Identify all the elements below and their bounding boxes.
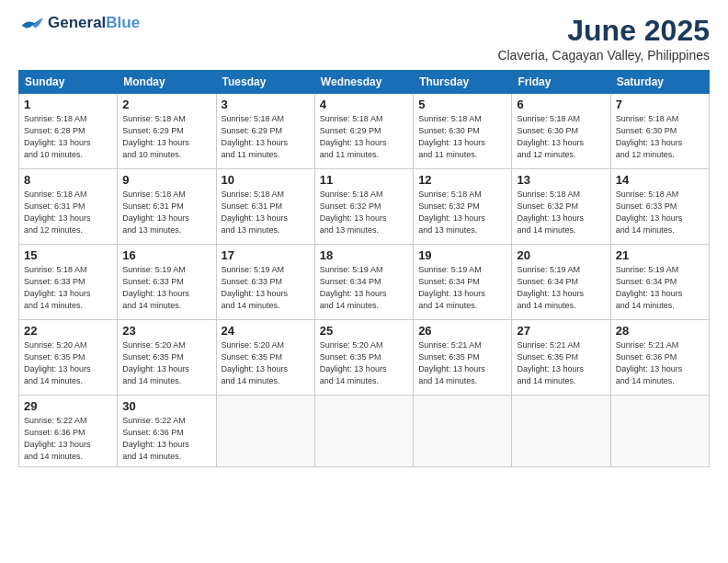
calendar-cell: 30Sunrise: 5:22 AMSunset: 6:36 PMDayligh… (118, 396, 216, 467)
header: GeneralBlue June 2025 Claveria, Cagayan … (18, 14, 710, 63)
calendar-cell (610, 396, 709, 467)
calendar-cell: 12Sunrise: 5:18 AMSunset: 6:32 PMDayligh… (414, 169, 512, 245)
day-number: 22 (24, 324, 112, 338)
day-info: Sunrise: 5:22 AMSunset: 6:36 PMDaylight:… (122, 415, 210, 463)
day-number: 5 (418, 98, 506, 111)
day-number: 13 (517, 173, 605, 187)
day-number: 24 (222, 324, 310, 338)
day-info: Sunrise: 5:18 AMSunset: 6:29 PMDaylight:… (222, 113, 310, 161)
header-monday: Monday (118, 71, 216, 94)
calendar-cell: 14Sunrise: 5:18 AMSunset: 6:33 PMDayligh… (610, 169, 709, 245)
day-number: 15 (24, 248, 112, 262)
day-number: 20 (517, 248, 605, 262)
calendar-cell (314, 396, 413, 467)
header-thursday: Thursday (414, 71, 512, 94)
day-info: Sunrise: 5:18 AMSunset: 6:32 PMDaylight:… (320, 189, 408, 236)
calendar-cell: 7Sunrise: 5:18 AMSunset: 6:30 PMDaylight… (610, 94, 709, 169)
calendar-cell: 2Sunrise: 5:18 AMSunset: 6:29 PMDaylight… (118, 94, 216, 169)
day-number: 14 (616, 173, 704, 187)
day-info: Sunrise: 5:19 AMSunset: 6:34 PMDaylight:… (616, 264, 704, 312)
logo: GeneralBlue (18, 14, 140, 32)
calendar-cell: 5Sunrise: 5:18 AMSunset: 6:30 PMDaylight… (414, 94, 512, 169)
calendar-cell: 1Sunrise: 5:18 AMSunset: 6:28 PMDaylight… (19, 94, 118, 169)
day-info: Sunrise: 5:18 AMSunset: 6:31 PMDaylight:… (222, 189, 310, 236)
header-saturday: Saturday (610, 71, 709, 94)
day-number: 11 (320, 173, 408, 187)
calendar-cell: 29Sunrise: 5:22 AMSunset: 6:36 PMDayligh… (19, 396, 118, 467)
day-info: Sunrise: 5:18 AMSunset: 6:33 PMDaylight:… (616, 189, 704, 236)
title-section: June 2025 Claveria, Cagayan Valley, Phil… (497, 14, 710, 63)
day-number: 25 (320, 324, 408, 338)
day-number: 9 (122, 173, 210, 187)
calendar-week-1: 1Sunrise: 5:18 AMSunset: 6:28 PMDaylight… (19, 94, 710, 169)
calendar-cell: 16Sunrise: 5:19 AMSunset: 6:33 PMDayligh… (118, 245, 216, 320)
day-number: 4 (320, 98, 408, 111)
calendar-cell: 21Sunrise: 5:19 AMSunset: 6:34 PMDayligh… (610, 245, 709, 320)
calendar-cell: 15Sunrise: 5:18 AMSunset: 6:33 PMDayligh… (19, 245, 118, 320)
day-number: 2 (122, 98, 210, 111)
day-info: Sunrise: 5:21 AMSunset: 6:35 PMDaylight:… (517, 339, 605, 387)
day-number: 30 (122, 399, 210, 413)
calendar-cell: 11Sunrise: 5:18 AMSunset: 6:32 PMDayligh… (314, 169, 413, 245)
day-info: Sunrise: 5:20 AMSunset: 6:35 PMDaylight:… (24, 339, 112, 387)
day-number: 6 (517, 98, 605, 111)
calendar-cell (512, 396, 610, 467)
calendar-week-5: 29Sunrise: 5:22 AMSunset: 6:36 PMDayligh… (19, 396, 710, 467)
header-sunday: Sunday (19, 71, 118, 94)
day-number: 3 (222, 98, 310, 111)
calendar-cell: 23Sunrise: 5:20 AMSunset: 6:35 PMDayligh… (118, 320, 216, 396)
calendar-cell: 3Sunrise: 5:18 AMSunset: 6:29 PMDaylight… (216, 94, 314, 169)
calendar-cell (414, 396, 512, 467)
calendar-cell: 9Sunrise: 5:18 AMSunset: 6:31 PMDaylight… (118, 169, 216, 245)
weekday-header-row: Sunday Monday Tuesday Wednesday Thursday… (19, 71, 710, 94)
calendar-cell: 20Sunrise: 5:19 AMSunset: 6:34 PMDayligh… (512, 245, 610, 320)
day-info: Sunrise: 5:19 AMSunset: 6:34 PMDaylight:… (418, 264, 506, 312)
calendar-cell: 18Sunrise: 5:19 AMSunset: 6:34 PMDayligh… (314, 245, 413, 320)
calendar-cell: 8Sunrise: 5:18 AMSunset: 6:31 PMDaylight… (19, 169, 118, 245)
day-number: 21 (616, 248, 704, 262)
calendar-cell: 13Sunrise: 5:18 AMSunset: 6:32 PMDayligh… (512, 169, 610, 245)
calendar-cell (216, 396, 314, 467)
day-info: Sunrise: 5:18 AMSunset: 6:28 PMDaylight:… (24, 113, 112, 161)
day-info: Sunrise: 5:18 AMSunset: 6:30 PMDaylight:… (616, 113, 704, 161)
calendar-cell: 28Sunrise: 5:21 AMSunset: 6:36 PMDayligh… (610, 320, 709, 396)
day-number: 26 (418, 324, 506, 338)
day-info: Sunrise: 5:18 AMSunset: 6:29 PMDaylight:… (122, 113, 210, 161)
day-info: Sunrise: 5:19 AMSunset: 6:33 PMDaylight:… (222, 264, 310, 312)
day-number: 7 (616, 98, 704, 111)
day-number: 1 (24, 98, 112, 111)
day-number: 28 (616, 324, 704, 338)
location: Claveria, Cagayan Valley, Philippines (497, 48, 710, 63)
day-info: Sunrise: 5:22 AMSunset: 6:36 PMDaylight:… (24, 415, 112, 463)
day-info: Sunrise: 5:18 AMSunset: 6:33 PMDaylight:… (24, 264, 112, 312)
calendar-cell: 4Sunrise: 5:18 AMSunset: 6:29 PMDaylight… (314, 94, 413, 169)
calendar-cell: 17Sunrise: 5:19 AMSunset: 6:33 PMDayligh… (216, 245, 314, 320)
day-number: 8 (24, 173, 112, 187)
logo-general: General (48, 14, 106, 31)
day-info: Sunrise: 5:20 AMSunset: 6:35 PMDaylight:… (222, 339, 310, 387)
calendar-cell: 24Sunrise: 5:20 AMSunset: 6:35 PMDayligh… (216, 320, 314, 396)
calendar-cell: 27Sunrise: 5:21 AMSunset: 6:35 PMDayligh… (512, 320, 610, 396)
header-wednesday: Wednesday (314, 71, 413, 94)
day-number: 18 (320, 248, 408, 262)
header-tuesday: Tuesday (216, 71, 314, 94)
calendar-cell: 25Sunrise: 5:20 AMSunset: 6:35 PMDayligh… (314, 320, 413, 396)
calendar-table: Sunday Monday Tuesday Wednesday Thursday… (18, 70, 710, 467)
day-info: Sunrise: 5:18 AMSunset: 6:31 PMDaylight:… (122, 189, 210, 236)
month-year: June 2025 (497, 14, 710, 48)
calendar-cell: 6Sunrise: 5:18 AMSunset: 6:30 PMDaylight… (512, 94, 610, 169)
day-info: Sunrise: 5:18 AMSunset: 6:31 PMDaylight:… (24, 189, 112, 236)
calendar-week-2: 8Sunrise: 5:18 AMSunset: 6:31 PMDaylight… (19, 169, 710, 245)
logo-icon (18, 14, 44, 32)
day-info: Sunrise: 5:18 AMSunset: 6:30 PMDaylight:… (418, 113, 506, 161)
day-info: Sunrise: 5:18 AMSunset: 6:30 PMDaylight:… (517, 113, 605, 161)
day-info: Sunrise: 5:20 AMSunset: 6:35 PMDaylight:… (320, 339, 408, 387)
logo-blue: Blue (106, 14, 140, 31)
day-info: Sunrise: 5:18 AMSunset: 6:32 PMDaylight:… (517, 189, 605, 236)
header-friday: Friday (512, 71, 610, 94)
calendar-week-3: 15Sunrise: 5:18 AMSunset: 6:33 PMDayligh… (19, 245, 710, 320)
calendar-cell: 26Sunrise: 5:21 AMSunset: 6:35 PMDayligh… (414, 320, 512, 396)
day-info: Sunrise: 5:18 AMSunset: 6:32 PMDaylight:… (418, 189, 506, 236)
day-number: 23 (122, 324, 210, 338)
day-info: Sunrise: 5:19 AMSunset: 6:34 PMDaylight:… (517, 264, 605, 312)
